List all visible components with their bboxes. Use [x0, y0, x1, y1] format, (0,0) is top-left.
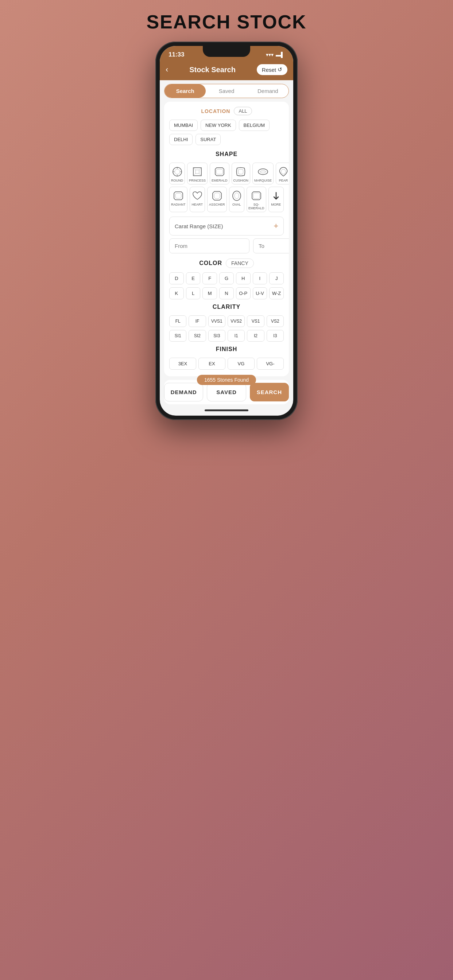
plus-icon: +: [274, 221, 278, 231]
shape-asscher[interactable]: ASSCHER: [207, 187, 227, 212]
shape-princess[interactable]: PRINCESS: [187, 162, 207, 185]
clarity-grid-row2: SI1 SI2 SI3 I1 I2 I3: [169, 330, 284, 342]
clarity-FL[interactable]: FL: [169, 315, 187, 327]
carat-range-row[interactable]: Carat Range (SIZE) +: [169, 216, 284, 235]
finish-EX[interactable]: EX: [198, 358, 225, 370]
demand-button[interactable]: DEMAND: [164, 383, 203, 401]
tab-search[interactable]: Search: [164, 84, 206, 98]
heart-label: HEART: [192, 203, 203, 206]
clarity-VS1[interactable]: VS1: [247, 315, 264, 327]
color-K[interactable]: K: [169, 287, 184, 299]
clarity-I3[interactable]: I3: [266, 330, 284, 342]
color-WZ[interactable]: W-Z: [269, 287, 284, 299]
svg-marker-22: [213, 191, 222, 200]
clarity-SI2[interactable]: SI2: [188, 330, 206, 342]
location-newyork[interactable]: NEW YORK: [201, 119, 236, 131]
notch: [203, 46, 250, 57]
color-label: COLOR: [199, 260, 222, 267]
finish-VG[interactable]: VG: [228, 358, 255, 370]
color-J[interactable]: J: [269, 272, 284, 285]
back-button[interactable]: ‹: [166, 65, 168, 75]
reset-button[interactable]: Reset ↺: [257, 64, 287, 75]
range-inputs: [169, 239, 284, 253]
shape-round[interactable]: ROUND: [169, 162, 185, 185]
location-belgium[interactable]: BELGIUM: [239, 119, 270, 131]
color-D[interactable]: D: [169, 272, 184, 285]
cushion-icon: [235, 166, 247, 178]
tab-saved[interactable]: Saved: [206, 84, 247, 98]
radiant-icon: [172, 190, 184, 202]
carat-to-input[interactable]: [253, 239, 289, 253]
color-L[interactable]: L: [186, 287, 201, 299]
svg-line-8: [199, 168, 201, 170]
color-G[interactable]: G: [219, 272, 234, 285]
color-N[interactable]: N: [219, 287, 234, 299]
color-E[interactable]: E: [186, 272, 201, 285]
svg-marker-16: [216, 169, 223, 174]
svg-point-1: [175, 169, 180, 174]
home-bar: [205, 409, 248, 411]
location-surat[interactable]: SURAT: [196, 134, 221, 145]
clarity-VS2[interactable]: VS2: [266, 315, 284, 327]
stones-found-badge: 1655 Stones Found: [197, 375, 256, 385]
color-UV[interactable]: U-V: [253, 287, 267, 299]
more-label: MORE: [271, 203, 281, 206]
reset-label: Reset: [262, 67, 276, 73]
marquise-label: MARQUISE: [254, 179, 272, 182]
svg-marker-15: [215, 168, 224, 176]
shape-more[interactable]: MORE: [268, 187, 284, 212]
cushion-label: CUSHION: [233, 179, 249, 182]
emerald-label: EMERALD: [212, 179, 228, 182]
svg-marker-23: [214, 193, 220, 199]
clarity-VVS1[interactable]: VVS1: [208, 315, 225, 327]
carat-from-input[interactable]: [169, 239, 249, 253]
svg-marker-21: [175, 193, 181, 198]
clarity-SI1[interactable]: SI1: [169, 330, 187, 342]
clarity-I1[interactable]: I1: [228, 330, 245, 342]
search-button[interactable]: SEARCH: [250, 383, 289, 401]
nav-bar: ‹ Stock Search Reset ↺: [160, 61, 293, 80]
wifi-icon: ▾▾▾: [266, 52, 274, 57]
oval-label: OVAL: [232, 203, 241, 206]
clarity-VVS2[interactable]: VVS2: [228, 315, 245, 327]
shape-marquise[interactable]: MARQUISE: [252, 162, 274, 185]
clarity-SI3[interactable]: SI3: [208, 330, 225, 342]
color-H[interactable]: H: [236, 272, 250, 285]
clarity-label: CLARITY: [169, 304, 284, 310]
svg-point-24: [233, 191, 241, 200]
oval-icon: [231, 190, 242, 202]
princess-icon: [191, 166, 203, 178]
location-label: LOCATION: [201, 108, 230, 114]
color-M[interactable]: M: [203, 287, 217, 299]
finish-3EX[interactable]: 3EX: [169, 358, 196, 370]
color-header: COLOR FANCY: [169, 258, 284, 268]
clarity-I2[interactable]: I2: [247, 330, 264, 342]
shape-pear[interactable]: PEAR: [276, 162, 289, 185]
shapes-grid-row1: ROUND: [169, 162, 284, 185]
finish-VG-[interactable]: VG-: [257, 358, 284, 370]
shape-heart[interactable]: HEART: [190, 187, 205, 212]
shape-oval[interactable]: OVAL: [229, 187, 244, 212]
location-all-badge[interactable]: ALL: [234, 107, 252, 115]
finish-label: FINISH: [169, 346, 284, 353]
color-I[interactable]: I: [253, 272, 267, 285]
shape-emerald[interactable]: EMERALD: [210, 162, 230, 185]
fancy-badge[interactable]: FANCY: [226, 258, 254, 268]
shape-radiant[interactable]: RADIANT: [169, 187, 187, 212]
shape-cushion[interactable]: CUSHION: [231, 162, 250, 185]
round-label: ROUND: [171, 179, 183, 182]
color-OP[interactable]: O-P: [236, 287, 250, 299]
color-F[interactable]: F: [203, 272, 217, 285]
location-delhi[interactable]: DELHI: [169, 134, 193, 145]
clarity-IF[interactable]: IF: [188, 315, 206, 327]
status-bar: 11:33 ▾▾▾ ▬▌: [160, 46, 293, 61]
tab-demand[interactable]: Demand: [247, 84, 289, 98]
phone-frame: 11:33 ▾▾▾ ▬▌ ‹ Stock Search Reset ↺ Sear…: [155, 41, 298, 420]
shape-sq-emerald[interactable]: SQ-EMERALD: [247, 187, 266, 212]
content-area: LOCATION ALL MUMBAI NEW YORK BELGIUM DEL…: [164, 102, 289, 376]
location-mumbai[interactable]: MUMBAI: [169, 119, 198, 131]
more-icon: [270, 190, 282, 202]
location-row: MUMBAI NEW YORK BELGIUM DELHI SURAT: [169, 119, 284, 145]
home-indicator: [160, 407, 293, 415]
saved-button[interactable]: SAVED: [207, 383, 246, 401]
